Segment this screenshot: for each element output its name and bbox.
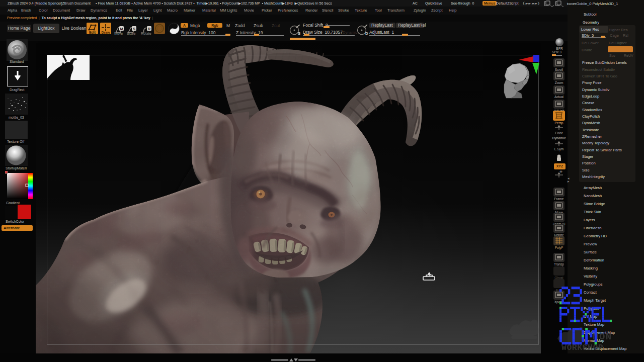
svg-text:Edit: Edit <box>89 31 96 34</box>
svg-text:Draw: Draw <box>101 31 110 34</box>
svg-text:S: S <box>133 27 135 31</box>
svg-text:D: D <box>365 31 368 36</box>
svg-text:S: S <box>298 31 301 36</box>
svg-text:M: M <box>120 27 123 31</box>
svg-text:R: R <box>148 27 151 31</box>
